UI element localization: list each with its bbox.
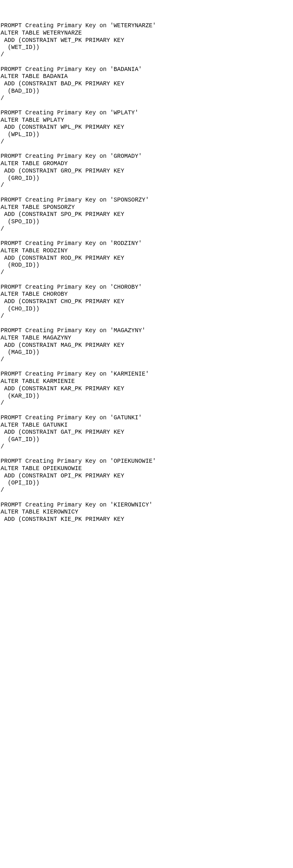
- alter-table-line: ALTER TABLE CHOROBY: [1, 291, 293, 298]
- blank-line: [1, 494, 293, 502]
- prompt-line: PROMPT Creating Primary Key on 'KARMIENI…: [1, 371, 293, 378]
- alter-table-line: ALTER TABLE MAGAZYNY: [1, 335, 293, 342]
- column-line: (OPI_ID)): [1, 479, 293, 487]
- slash-terminator: /: [1, 487, 293, 494]
- blank-line: [1, 364, 293, 371]
- column-line: (KAR_ID)): [1, 393, 293, 400]
- blank-line: [1, 102, 293, 110]
- column-line: (GAT_ID)): [1, 436, 293, 443]
- column-line: (ROD_ID)): [1, 262, 293, 269]
- blank-line: [1, 189, 293, 197]
- blank-line: [1, 320, 293, 327]
- column-line: (GRO_ID)): [1, 175, 293, 182]
- blank-line: [1, 59, 293, 66]
- add-constraint-line: ADD (CONSTRAINT KIE_PK PRIMARY KEY: [1, 516, 293, 523]
- blank-line: [1, 451, 293, 458]
- column-line: (BAD_ID)): [1, 88, 293, 95]
- prompt-line: PROMPT Creating Primary Key on 'WETERYNA…: [1, 22, 293, 30]
- slash-terminator: /: [1, 313, 293, 320]
- prompt-line: PROMPT Creating Primary Key on 'MAGAZYNY…: [1, 327, 293, 335]
- add-constraint-line: ADD (CONSTRAINT BAD_PK PRIMARY KEY: [1, 81, 293, 88]
- slash-terminator: /: [1, 51, 293, 59]
- add-constraint-line: ADD (CONSTRAINT WPL_PK PRIMARY KEY: [1, 124, 293, 131]
- add-constraint-line: ADD (CONSTRAINT WET_PK PRIMARY KEY: [1, 37, 293, 44]
- slash-terminator: /: [1, 226, 293, 233]
- column-line: (CHO_ID)): [1, 306, 293, 313]
- prompt-line: PROMPT Creating Primary Key on 'CHOROBY': [1, 284, 293, 291]
- add-constraint-line: ADD (CONSTRAINT KAR_PK PRIMARY KEY: [1, 385, 293, 393]
- slash-terminator: /: [1, 95, 293, 102]
- add-constraint-line: ADD (CONSTRAINT GRO_PK PRIMARY KEY: [1, 167, 293, 175]
- blank-line: [1, 233, 293, 240]
- prompt-line: PROMPT Creating Primary Key on 'SPONSORZ…: [1, 197, 293, 204]
- alter-table-line: ALTER TABLE WETERYNARZE: [1, 30, 293, 37]
- add-constraint-line: ADD (CONSTRAINT MAG_PK PRIMARY KEY: [1, 342, 293, 349]
- alter-table-line: ALTER TABLE GATUNKI: [1, 422, 293, 429]
- alter-table-line: ALTER TABLE WPLATY: [1, 117, 293, 124]
- slash-terminator: /: [1, 356, 293, 364]
- slash-terminator: /: [1, 182, 293, 189]
- prompt-line: PROMPT Creating Primary Key on 'WPLATY': [1, 110, 293, 117]
- prompt-line: PROMPT Creating Primary Key on 'OPIEKUNO…: [1, 458, 293, 465]
- add-constraint-line: ADD (CONSTRAINT ROD_PK PRIMARY KEY: [1, 255, 293, 262]
- add-constraint-line: ADD (CONSTRAINT OPI_PK PRIMARY KEY: [1, 472, 293, 480]
- prompt-line: PROMPT Creating Primary Key on 'RODZINY': [1, 240, 293, 247]
- alter-table-line: ALTER TABLE OPIEKUNOWIE: [1, 465, 293, 472]
- blank-line: [1, 146, 293, 153]
- slash-terminator: /: [1, 138, 293, 146]
- slash-terminator: /: [1, 269, 293, 277]
- column-line: (WET_ID)): [1, 44, 293, 51]
- alter-table-line: ALTER TABLE RODZINY: [1, 247, 293, 255]
- alter-table-line: ALTER TABLE KIEROWNICY: [1, 508, 293, 516]
- slash-terminator: /: [1, 400, 293, 407]
- blank-line: [1, 277, 293, 284]
- add-constraint-line: ADD (CONSTRAINT SPO_PK PRIMARY KEY: [1, 211, 293, 218]
- add-constraint-line: ADD (CONSTRAINT CHO_PK PRIMARY KEY: [1, 298, 293, 306]
- add-constraint-line: ADD (CONSTRAINT GAT_PK PRIMARY KEY: [1, 429, 293, 436]
- slash-terminator: /: [1, 443, 293, 451]
- blank-line: [1, 407, 293, 414]
- alter-table-line: ALTER TABLE BADANIA: [1, 73, 293, 81]
- prompt-line: PROMPT Creating Primary Key on 'GROMADY': [1, 153, 293, 160]
- column-line: (SPO_ID)): [1, 218, 293, 226]
- column-line: (MAG_ID)): [1, 349, 293, 356]
- prompt-line: PROMPT Creating Primary Key on 'GATUNKI': [1, 414, 293, 422]
- alter-table-line: ALTER TABLE SPONSORZY: [1, 204, 293, 211]
- alter-table-line: ALTER TABLE GROMADY: [1, 160, 293, 167]
- prompt-line: PROMPT Creating Primary Key on 'KIEROWNI…: [1, 502, 293, 509]
- alter-table-line: ALTER TABLE KARMIENIE: [1, 378, 293, 385]
- sql-script-page: PROMPT Creating Primary Key on 'WETERYNA…: [0, 22, 293, 523]
- prompt-line: PROMPT Creating Primary Key on 'BADANIA': [1, 66, 293, 73]
- column-line: (WPL_ID)): [1, 131, 293, 138]
